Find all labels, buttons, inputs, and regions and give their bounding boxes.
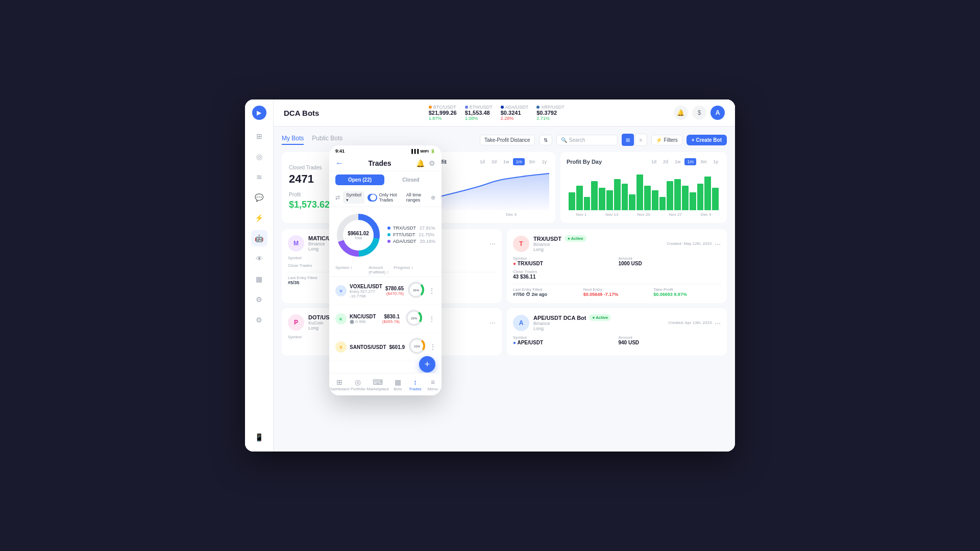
matic-more-button[interactable]: ··· (489, 239, 496, 247)
filter-swap-icon: ⇄ (335, 194, 340, 201)
mobile-bell-icon[interactable]: 🔔 (416, 159, 425, 167)
pbd-1m[interactable]: 1m (684, 158, 696, 165)
trx-status: ● Active (565, 235, 586, 242)
sidebar-item-gear2[interactable]: ⚙ (251, 312, 267, 328)
sidebar-item-grid[interactable]: ▦ (251, 271, 267, 287)
xrp-dot (536, 106, 540, 109)
filter-all-icon[interactable]: ⊕ (431, 194, 435, 201)
mobile-status-bar: 9:41 ▐▐▐ WiFi 🔋 (329, 145, 442, 156)
mobile-nav-marketplace[interactable]: ⌨ Marketplace (366, 378, 389, 391)
main-tabs: My Bots Public Bots (282, 135, 342, 145)
sidebar-item-bots[interactable]: ⚡ (251, 210, 267, 226)
list-view-button[interactable]: ≡ (635, 134, 647, 146)
pbd-1d[interactable]: 1d (649, 158, 659, 165)
ape-details: Symbol ● APE/USDT Amount 940 USD (513, 335, 721, 345)
sort-dropdown[interactable]: Take-Profit Distance (480, 135, 534, 145)
bar-segment (712, 188, 719, 210)
knc-pair: KNC/USDT (350, 314, 379, 319)
legend-trx: TRX/USDT 27.91% (387, 226, 435, 231)
time-btn-3m[interactable]: 3m (526, 158, 538, 165)
filter-icon: ⚡ (656, 137, 662, 143)
knc-more-button[interactable]: ⋮ (428, 315, 435, 323)
sort-direction-button[interactable]: ⇅ (539, 135, 552, 145)
mobile-settings-icon[interactable]: ⚙ (429, 159, 435, 167)
user-avatar[interactable]: A (710, 106, 725, 120)
legend-ada: ADA/USDT 20.16% (387, 239, 435, 244)
mobile-filters: ⇄ Symbol ▾ Only Hot Trades All time rang… (329, 188, 442, 207)
pbd-1y[interactable]: 1y (710, 158, 721, 165)
col-progress: Progress ↕ (394, 265, 419, 274)
sidebar-item-analytics[interactable]: ◎ (251, 148, 267, 165)
tab-my-bots[interactable]: My Bots (282, 135, 304, 145)
sidebar-item-settings[interactable]: ⚙ (251, 291, 267, 308)
matic-icon: M (288, 235, 304, 252)
time-btn-1d[interactable]: 1d (477, 158, 487, 165)
mobile-tab-open[interactable]: Open (22) (335, 174, 384, 185)
symbol-filter-button[interactable]: Symbol ▾ (343, 191, 364, 204)
mobile-nav-menu[interactable]: ≡ Menu (424, 378, 442, 391)
pbd-2d[interactable]: 2d (660, 158, 671, 165)
bar-segment (606, 190, 613, 210)
santos-icon: S (335, 341, 347, 353)
bar-segment (636, 174, 643, 210)
ada-price: $0.3241 (501, 110, 521, 116)
bar-segment (697, 184, 704, 211)
mobile-nav-trades[interactable]: ↕ Trades (406, 378, 424, 391)
santos-more-button[interactable]: ⋮ (429, 343, 436, 351)
mobile-back-button[interactable]: ← (335, 159, 344, 168)
sidebar-item-chat[interactable]: 💬 (251, 189, 267, 206)
view-toggle: ⊞ ≡ (622, 134, 647, 146)
santos-amount: $601.9 (389, 344, 405, 350)
sidebar-item-active[interactable]: 🤖 (251, 230, 267, 246)
sidebar-item-signals[interactable]: ≋ (251, 169, 267, 185)
currency-button[interactable]: $ (692, 106, 706, 120)
mobile-donut-section: $9661.02 Total TRX/USDT 27.91% FTT/USDT … (329, 207, 442, 263)
mobile-time: 9:41 (335, 148, 345, 154)
notification-button[interactable]: 🔔 (674, 106, 688, 120)
filters-button[interactable]: ⚡ Filters (651, 135, 682, 145)
svg-text:26%: 26% (413, 289, 420, 292)
hot-trades-label: Only Hot Trades (379, 192, 401, 203)
pbd-3m[interactable]: 3m (698, 158, 709, 165)
toggle-thumb (370, 194, 376, 201)
tab-public-bots[interactable]: Public Bots (312, 135, 342, 145)
pbd-1w[interactable]: 1w (672, 158, 683, 165)
legend-ftt: FTT/USDT 21.75% (387, 232, 435, 237)
knc-sub: ($355.78) (382, 319, 400, 324)
mobile-tab-closed[interactable]: Closed (386, 174, 435, 185)
time-btn-1w[interactable]: 1w (501, 158, 512, 165)
trade-row-knc[interactable]: K KNC/USDT ⬤ 0.958 $830.1 ($355.78) 23% … (329, 305, 442, 333)
ape-exchange: Binance (533, 321, 611, 326)
bar-segment (599, 188, 605, 210)
donut-center: $9661.02 Total (348, 231, 369, 240)
menu-nav-icon: ≡ (431, 378, 435, 386)
mobile-nav-bots[interactable]: ▦ Bots (389, 378, 406, 391)
sidebar-item-device[interactable]: 📱 (251, 429, 267, 445)
xrp-price: $0.3792 (536, 110, 557, 116)
time-range-filter[interactable]: All time ranges (406, 192, 427, 203)
ape-more-button[interactable]: ··· (715, 319, 721, 327)
bar-segment (591, 181, 598, 210)
create-bot-button[interactable]: + Create Bot (687, 135, 727, 145)
mobile-fab-button[interactable]: + (419, 356, 435, 372)
time-btn-2d[interactable]: 2d (489, 158, 499, 165)
bar-segment (614, 179, 621, 210)
time-btn-1m[interactable]: 1m (513, 158, 525, 165)
grid-view-button[interactable]: ⊞ (622, 134, 634, 146)
pbd-nov13: Nov 13 (605, 212, 618, 217)
signal-icon: ▐▐▐ (410, 149, 419, 154)
dot-more-button[interactable]: ··· (489, 318, 496, 327)
bot-card-trx: T TRX/USDT ● Active Binance Long (507, 229, 727, 303)
trx-more-button[interactable]: ··· (715, 240, 721, 248)
search-input[interactable]: 🔍 Search (556, 135, 618, 145)
hot-trades-toggle[interactable] (368, 194, 377, 202)
trade-row-voxel[interactable]: V VOXEL/USDT Entry 527.277 -10.7788 $780… (329, 277, 442, 305)
bar-segment (690, 192, 696, 210)
voxel-more-button[interactable]: ⋮ (428, 287, 435, 295)
accumulated-time-buttons: 1d 2d 1w 1m 3m 1y (477, 158, 549, 165)
sidebar-item-dashboard[interactable]: ⊞ (251, 128, 267, 144)
mobile-nav-portfolio[interactable]: ◎ Portfolio (349, 378, 366, 391)
time-btn-1y[interactable]: 1y (539, 158, 549, 165)
sidebar-item-eye[interactable]: 👁 (251, 251, 267, 267)
mobile-nav-dashboard[interactable]: ⊞ Dashboard (329, 378, 349, 391)
